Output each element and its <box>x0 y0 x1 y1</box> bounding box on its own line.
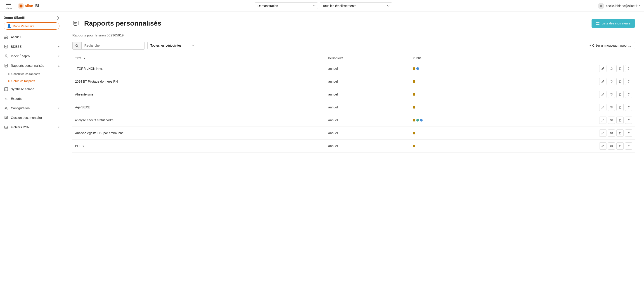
sidebar-item-synthese[interactable]: Synthèse salarié <box>0 84 63 94</box>
svg-line-32 <box>78 46 79 48</box>
svg-rect-48 <box>619 94 621 96</box>
sidebar-item-exports[interactable]: Exports <box>0 94 63 103</box>
sidebar-expand-icon[interactable]: ❯ <box>56 16 60 20</box>
copy-button[interactable] <box>616 117 624 124</box>
svg-point-40 <box>610 81 613 82</box>
search-input[interactable] <box>82 42 144 49</box>
edit-button[interactable] <box>599 65 606 72</box>
partner-mode-button[interactable]: 👤 Mode Partenaire ... <box>4 23 60 30</box>
new-report-button[interactable]: + Créer un nouveau rapport... <box>586 42 635 49</box>
svg-point-17 <box>6 108 7 109</box>
cell-publie <box>410 140 494 153</box>
sidebar-item-label-rapports: Rapports personnalisés <box>11 64 56 68</box>
dot-green-icon <box>416 119 419 122</box>
delete-button[interactable] <box>625 129 632 137</box>
sidebar-sub-label-gerer: Gérer les rapports <box>11 79 35 83</box>
cell-actions <box>494 62 635 75</box>
search-button[interactable] <box>72 42 82 50</box>
sidebar-item-bdese[interactable]: BDESE ▾ <box>0 42 63 51</box>
svg-point-65 <box>611 133 612 134</box>
edit-button[interactable] <box>599 129 606 137</box>
view-button[interactable] <box>608 117 615 124</box>
sidebar-item-label-dsn: Fichiers DSN <box>11 125 56 129</box>
sidebar-item-accueil[interactable]: Accueil <box>0 32 63 42</box>
view-button[interactable] <box>608 129 615 137</box>
sidebar-header: Demo SilaeBI ❯ <box>0 12 63 22</box>
delete-button[interactable] <box>625 117 632 124</box>
view-button[interactable] <box>608 91 615 98</box>
svg-text:DSN: DSN <box>5 127 8 128</box>
copy-button[interactable] <box>616 78 624 85</box>
page-title-icon <box>72 19 80 28</box>
dot-gold-icon <box>413 80 416 83</box>
copy-button[interactable] <box>616 142 624 150</box>
view-button[interactable] <box>608 78 615 85</box>
col-header-actions <box>494 54 635 62</box>
sidebar-item-label-config: Configuration <box>11 106 56 110</box>
view-button[interactable] <box>608 65 615 72</box>
svg-rect-62 <box>628 120 629 121</box>
svg-rect-72 <box>619 145 621 147</box>
user-avatar-icon <box>598 3 604 9</box>
edit-button[interactable] <box>599 104 606 111</box>
cell-publie <box>410 101 494 114</box>
svg-point-47 <box>611 94 612 95</box>
delete-button[interactable] <box>625 104 632 111</box>
edit-button[interactable] <box>599 78 606 85</box>
sidebar-item-label-synthese: Synthèse salarié <box>11 87 60 91</box>
delete-button[interactable] <box>625 91 632 98</box>
svg-line-39 <box>603 81 604 81</box>
cell-titre: Absenteisme <box>72 88 326 101</box>
main-layout: Demo SilaeBI ❯ 👤 Mode Partenaire ... Acc… <box>0 12 644 301</box>
view-button[interactable] <box>608 142 615 150</box>
cell-periodicite: annuel <box>326 88 410 101</box>
edit-button[interactable] <box>599 117 606 124</box>
sidebar-item-dsn[interactable]: DSN Fichiers DSN ▾ <box>0 122 63 132</box>
svg-point-7 <box>6 46 7 47</box>
home-icon <box>4 35 8 40</box>
copy-button[interactable] <box>616 104 624 111</box>
menu-label: Menu <box>6 7 12 10</box>
copy-button[interactable] <box>616 91 624 98</box>
establishments-select[interactable]: Tous les établissements <box>320 3 392 9</box>
col-header-titre[interactable]: Titre ▲ <box>72 54 326 62</box>
svg-point-35 <box>611 68 612 69</box>
col-header-publie: Publié <box>410 54 494 62</box>
sidebar-item-rapports[interactable]: Rapports personnalisés ▴ <box>0 61 63 70</box>
content-area: Rapports personnalisés Liste des indicat… <box>63 12 644 301</box>
sidebar-sub-label-consulter: Consulter les rapports <box>11 72 40 76</box>
sidebar-item-configuration[interactable]: Configuration ▾ <box>0 103 63 113</box>
demonstration-select[interactable]: Demonstration <box>254 3 318 9</box>
view-button[interactable] <box>608 104 615 111</box>
cell-periodicite: annuel <box>326 62 410 75</box>
periodicite-filter-select[interactable]: Toutes les périodicités <box>148 42 197 49</box>
page-title: Rapports personnalisés <box>84 20 162 27</box>
svg-rect-38 <box>628 68 629 70</box>
copy-button[interactable] <box>616 129 624 137</box>
sidebar-item-egapro[interactable]: Index Égapro ▾ <box>0 51 63 61</box>
topbar-right: cecile.leblanc@silae.fr ▾ <box>598 3 640 9</box>
user-menu-chevron-icon[interactable]: ▾ <box>639 5 640 7</box>
list-indicators-button[interactable]: Liste des indicateurs <box>592 19 635 28</box>
table-row: Analyse égalité H/F par embaucheannuel <box>72 127 635 140</box>
dot-gold-icon <box>413 93 416 96</box>
cell-periodicite: annuel <box>326 140 410 153</box>
menu-button[interactable]: Menu <box>4 1 14 11</box>
edit-button[interactable] <box>599 91 606 98</box>
svg-rect-44 <box>628 81 629 82</box>
delete-button[interactable] <box>625 142 632 150</box>
sidebar-sub-item-consulter[interactable]: Consulter les rapports <box>0 70 63 77</box>
delete-button[interactable] <box>625 65 632 72</box>
sidebar-sub-item-gerer[interactable]: Gérer les rapports <box>0 77 63 84</box>
copy-button[interactable] <box>616 65 624 72</box>
svg-rect-30 <box>598 24 600 25</box>
svg-rect-56 <box>628 107 629 108</box>
table-row: analyse effectif statut cadreannuel <box>72 114 635 127</box>
edit-button[interactable] <box>599 142 606 150</box>
sidebar-item-label-accueil: Accueil <box>11 35 60 39</box>
sidebar-title: Demo SilaeBI <box>4 16 25 20</box>
table-row: _TORRILHON Krysannuel <box>72 62 635 75</box>
gestion-icon <box>4 115 8 120</box>
sidebar-item-gestion[interactable]: Gestion documentaire <box>0 113 63 122</box>
delete-button[interactable] <box>625 78 632 85</box>
